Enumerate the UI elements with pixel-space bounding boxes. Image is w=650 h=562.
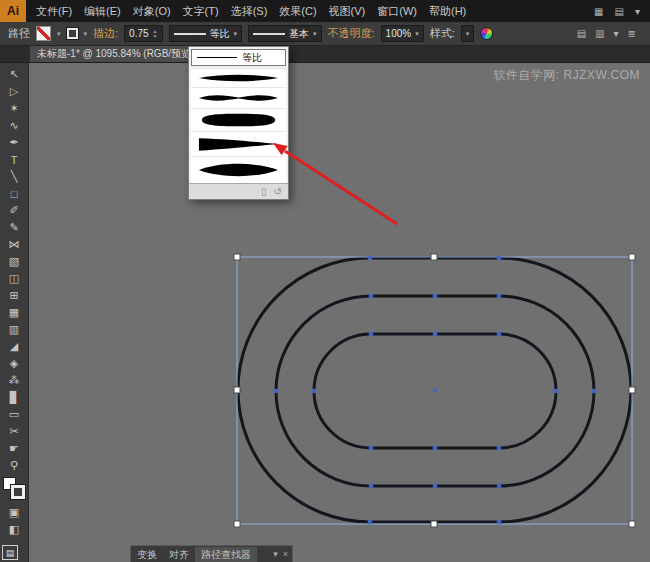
opacity-combo[interactable]: 100% ▾: [381, 25, 424, 42]
lasso-tool-icon: ∿: [9, 119, 18, 132]
stroke-swatch[interactable]: [67, 28, 78, 39]
options-chevron-icon[interactable]: ▾: [614, 28, 619, 39]
gradient-tool[interactable]: ▥: [0, 321, 29, 338]
mesh-tool[interactable]: ▦: [0, 304, 29, 321]
free-transform-tool-icon: ▧: [9, 255, 19, 268]
direct-selection-tool[interactable]: ▷: [0, 83, 29, 100]
app-logo: Ai: [0, 0, 26, 22]
width-profile-selected-row[interactable]: 等比: [191, 49, 286, 66]
symbol-sprayer-tool[interactable]: ⁂: [0, 372, 29, 389]
lasso-tool[interactable]: ∿: [0, 117, 29, 134]
document-canvas[interactable]: 软件自学网: RJZXW.COM: [30, 63, 650, 562]
slice-tool[interactable]: ✂: [0, 423, 29, 440]
selection-tool[interactable]: ↖: [0, 66, 29, 83]
tab-transform[interactable]: 变换: [131, 547, 163, 562]
selection-tool-icon: ↖: [9, 68, 18, 81]
menu-object[interactable]: 对象(O): [127, 0, 177, 22]
menu-help[interactable]: 帮助(H): [423, 0, 472, 22]
menu-edit[interactable]: 编辑(E): [78, 0, 127, 22]
pen-tool-icon: ✒: [9, 136, 18, 149]
illustrator-window: Ai 文件(F) 编辑(E) 对象(O) 文字(T) 选择(S) 效果(C) 视…: [0, 0, 650, 562]
opacity-chevron-icon[interactable]: ▾: [415, 30, 419, 38]
slice-tool-icon: ✂: [9, 425, 18, 438]
free-transform-tool[interactable]: ▧: [0, 253, 29, 270]
style-combo[interactable]: ▾: [461, 25, 475, 42]
direct-selection-tool-icon: ▷: [10, 85, 18, 98]
tab-pathfinder[interactable]: 路径查找器: [195, 547, 257, 562]
workspace-chevron-icon[interactable]: ▾: [635, 6, 640, 17]
artboard-tool[interactable]: ▭: [0, 406, 29, 423]
fill-none-swatch[interactable]: [36, 26, 51, 41]
menu-select[interactable]: 选择(S): [225, 0, 274, 22]
line-segment-tool[interactable]: ╲: [0, 168, 29, 185]
workspace-icon[interactable]: ▤: [615, 6, 624, 17]
width-profile-4[interactable]: [191, 131, 286, 156]
panel-close-icon[interactable]: ×: [283, 549, 288, 559]
zoom-tool[interactable]: ⚲: [0, 457, 29, 474]
align-options-icon[interactable]: ▤: [577, 28, 586, 39]
pen-tool[interactable]: ✒: [0, 134, 29, 151]
menu-view[interactable]: 视图(V): [323, 0, 372, 22]
stroke-chevron-icon[interactable]: ▾: [84, 30, 88, 38]
width-profile-list: [191, 68, 286, 183]
type-tool[interactable]: T: [0, 151, 29, 168]
fill-chevron-icon[interactable]: ▾: [57, 30, 61, 38]
perspective-grid-tool[interactable]: ⊞: [0, 287, 29, 304]
width-profile-1[interactable]: [191, 68, 286, 87]
shape-builder-tool-icon: ◫: [9, 272, 19, 285]
menu-type[interactable]: 文字(T): [177, 0, 225, 22]
eyedropper-tool-icon: ◢: [10, 340, 18, 353]
column-graph-tool[interactable]: ▊: [0, 389, 29, 406]
brush-definition-combo[interactable]: 基本 ▾: [248, 25, 322, 42]
artwork-layer: [30, 63, 650, 562]
stroke-color-swatch[interactable]: [11, 485, 25, 499]
arrange-documents-icon[interactable]: ▦: [594, 6, 603, 17]
width-profile-3[interactable]: [191, 108, 286, 131]
fill-stroke-swatches[interactable]: [0, 476, 29, 502]
menu-bar-right: ▦ ▤ ▾: [594, 6, 650, 17]
variable-width-profile-combo[interactable]: 等比 ▾: [169, 25, 243, 42]
width-profile-2[interactable]: [191, 87, 286, 108]
style-chevron-icon[interactable]: ▾: [466, 30, 470, 38]
tab-align[interactable]: 对齐: [163, 547, 195, 562]
uniform-profile-line-icon: [197, 57, 237, 58]
recolor-artwork-icon[interactable]: [480, 27, 493, 40]
uniform-profile-label: 等比: [242, 51, 262, 65]
width-profile-2-pinch-shape: [197, 92, 280, 104]
delete-profile-icon[interactable]: ▯: [261, 186, 267, 197]
rectangle-tool[interactable]: □: [0, 185, 29, 202]
style-label: 样式:: [430, 26, 455, 41]
shape-builder-tool[interactable]: ◫: [0, 270, 29, 287]
menu-file[interactable]: 文件(F): [30, 0, 78, 22]
hand-tool[interactable]: ☛: [0, 440, 29, 457]
stroke-width-combo[interactable]: 0.75 ▲▼: [124, 25, 162, 42]
pencil-tool[interactable]: ✎: [0, 219, 29, 236]
brush-value: 基本: [289, 27, 309, 41]
menu-window[interactable]: 窗口(W): [371, 0, 423, 22]
reset-profiles-icon[interactable]: ↺: [274, 186, 282, 197]
type-tool-icon: T: [11, 154, 18, 166]
magic-wand-tool[interactable]: ✶: [0, 100, 29, 117]
collapsed-panel-icon[interactable]: ▤: [2, 545, 18, 560]
screen-mode-button[interactable]: ◧: [0, 521, 29, 538]
profile-chevron-icon[interactable]: ▾: [234, 30, 238, 38]
panel-collapse-icon[interactable]: ▾: [273, 549, 278, 559]
hand-tool-icon: ☛: [9, 442, 19, 455]
blend-tool[interactable]: ◈: [0, 355, 29, 372]
eyedropper-tool[interactable]: ◢: [0, 338, 29, 355]
blend-tool-icon: ◈: [10, 357, 18, 370]
transform-options-icon[interactable]: ▥: [595, 28, 604, 39]
width-profile-3-oval-shape: [197, 113, 280, 127]
panel-menu-icon[interactable]: ≣: [628, 28, 636, 39]
magic-wand-tool-icon: ✶: [9, 102, 18, 115]
opacity-panel-link[interactable]: 不透明度:: [328, 26, 375, 41]
stroke-panel-link[interactable]: 描边:: [93, 26, 118, 41]
draw-mode-icon: ▣: [9, 506, 19, 519]
paintbrush-tool[interactable]: ✐: [0, 202, 29, 219]
brush-chevron-icon[interactable]: ▾: [313, 30, 317, 38]
width-profile-5[interactable]: [191, 156, 286, 183]
draw-mode-button[interactable]: ▣: [0, 504, 29, 521]
menu-effect[interactable]: 效果(C): [273, 0, 322, 22]
stroke-width-stepper[interactable]: ▲▼: [153, 29, 158, 39]
width-tool[interactable]: ⋈: [0, 236, 29, 253]
